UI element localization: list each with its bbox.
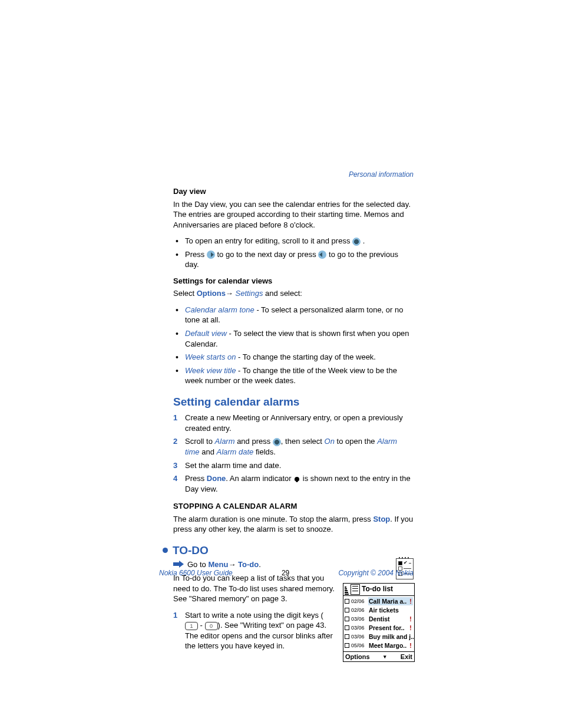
key-1-icon: 1 <box>185 622 198 630</box>
step-3: 3Set the alarm time and date. <box>173 460 414 471</box>
text: The alarm duration is one minute. To sto… <box>173 515 373 523</box>
checkbox-icon[interactable] <box>345 599 349 604</box>
settings-link[interactable]: Settings <box>235 289 263 298</box>
text: to open the <box>335 437 377 446</box>
options-link[interactable]: Options <box>197 289 226 298</box>
on-value: On <box>325 437 335 446</box>
phone-task-list: 02/06 Call Maria a.. ! 02/06 Air tickets <box>343 596 414 651</box>
text: , then select <box>281 437 325 446</box>
step-2: 2 Scroll to Alarm and press , then selec… <box>173 436 414 457</box>
heading-setting-calendar-alarms: Setting calendar alarms <box>173 394 414 410</box>
task-date: 03/06 <box>351 615 366 622</box>
task-text: Dentist <box>369 615 407 623</box>
priority-icon: ! <box>409 597 412 605</box>
list-item[interactable]: 03/06 Present for.. ! <box>343 624 414 633</box>
phone-titlebar: To-do list <box>343 584 414 596</box>
task-date: 05/06 <box>351 642 366 649</box>
text: and <box>200 447 217 456</box>
list-item[interactable]: 02/06 Air tickets <box>343 606 414 615</box>
setting-default-view: Default view - To select the view that i… <box>173 328 414 349</box>
task-text: Call Maria a.. <box>369 597 407 605</box>
phone-softkeys: Options ▾ Exit <box>343 651 414 662</box>
section-bullet-icon <box>163 548 168 553</box>
step-number: 4 <box>173 473 177 484</box>
phone-title: To-do list <box>362 584 413 594</box>
alarm-field: Alarm <box>215 437 235 446</box>
day-view-bullets: To open an entry for editing, scroll to … <box>173 236 414 270</box>
checkbox-icon[interactable] <box>345 634 349 639</box>
menu-link[interactable]: Menu <box>208 560 228 569</box>
setting-week-starts-on: Week starts on - To change the starting … <box>173 352 414 363</box>
task-text: Meet Margo.. <box>369 641 407 650</box>
svg-marker-0 <box>173 561 184 568</box>
step-1: 1Create a new Meeting or Anniversary ent… <box>173 413 414 433</box>
priority-icon: ! <box>409 624 412 632</box>
text: Select <box>173 289 197 298</box>
softkey-options[interactable]: Options <box>345 653 370 661</box>
task-date: 02/06 <box>351 598 366 605</box>
key-0-icon: 0 <box>205 622 218 630</box>
footer-guide-title: Nokia 6600 User Guide <box>159 568 233 572</box>
heading-to-do: TO-DO <box>173 543 209 558</box>
text: Scroll to <box>185 437 215 446</box>
text: and select: <box>263 289 302 298</box>
arrow-icon: → <box>226 289 233 298</box>
nav-center-icon <box>352 238 361 246</box>
stopping-text: The alarm duration is one minute. To sto… <box>173 514 414 535</box>
task-date: 03/06 <box>351 633 366 640</box>
step-text: Create a new Meeting or Anniversary entr… <box>185 413 403 433</box>
list-item[interactable]: 02/06 Call Maria a.. ! <box>343 597 414 606</box>
list-item[interactable]: 05/06 Meet Margo.. ! <box>343 641 414 650</box>
arrow-icon: → <box>228 560 236 569</box>
nav-center-icon <box>273 438 281 446</box>
task-date: 02/06 <box>351 607 366 614</box>
nav-right-icon <box>207 251 215 259</box>
step-number: 1 <box>173 413 177 423</box>
main-content: Day view In the Day view, you can see th… <box>173 186 414 662</box>
text: - To change the starting day of the week… <box>236 353 376 361</box>
settings-options-list: Calendar alarm tone - To select a person… <box>173 305 414 386</box>
todo-steps: 1 Start to write a note using the digit … <box>173 610 335 651</box>
setting-week-view-title: Week view title - To change the title of… <box>173 365 414 386</box>
text: fields. <box>253 447 276 456</box>
step-text: Set the alarm time and date. <box>185 461 281 470</box>
term: Week view title <box>185 366 236 375</box>
heading-stopping-calendar-alarm: STOPPING A CALENDAR ALARM <box>173 501 414 512</box>
checkbox-icon[interactable] <box>345 608 349 612</box>
softkey-exit[interactable]: Exit <box>401 653 412 661</box>
alarm-steps: 1Create a new Meeting or Anniversary ent… <box>173 413 414 494</box>
checkbox-icon[interactable] <box>345 617 349 621</box>
task-text: Present for.. <box>369 624 407 632</box>
task-text: Buy milk and j.. <box>369 633 414 641</box>
text: Go to <box>187 560 208 569</box>
footer-copyright: Copyright © 2004 Nokia <box>338 568 414 572</box>
list-item[interactable]: 03/06 Buy milk and j.. <box>343 633 414 641</box>
term: Calendar alarm tone <box>185 305 254 314</box>
term: Default view <box>185 329 227 338</box>
checkbox-icon[interactable] <box>345 625 349 630</box>
bullet-text-end: . <box>363 236 365 245</box>
phone-screenshot-todo-list: To-do list 02/06 Call Maria a.. ! 02/06 <box>343 583 415 663</box>
text: and press <box>235 437 273 446</box>
todo-link[interactable]: To-do <box>238 560 259 569</box>
bullet-press-nav: Press to go to the next day or press to … <box>173 249 414 270</box>
document-page: Personal information Day view In the Day… <box>0 0 562 728</box>
header-link-personal-information[interactable]: Personal information <box>349 170 414 179</box>
page-footer: Nokia 6600 User Guide 29 Copyright © 200… <box>159 568 414 572</box>
settings-lead: Select Options→ Settings and select: <box>173 288 414 299</box>
checkbox-icon[interactable] <box>345 643 349 648</box>
alarm-indicator-icon <box>293 476 300 483</box>
bullet-text: To open an entry for editing, scroll to … <box>185 236 352 245</box>
heading-day-view: Day view <box>173 186 414 197</box>
nav-left-icon <box>318 251 326 259</box>
done-softkey[interactable]: Done <box>207 474 226 483</box>
todo-step-1: 1 Start to write a note using the digit … <box>173 610 335 651</box>
signal-icon <box>345 584 349 595</box>
todo-section-row: TO-DO <box>173 543 414 558</box>
text: . An alarm indicator <box>226 474 293 483</box>
softkey-middle-icon[interactable]: ▾ <box>384 653 386 660</box>
setting-calendar-alarm-tone: Calendar alarm tone - To select a person… <box>173 305 414 325</box>
list-item[interactable]: 03/06 Dentist ! <box>343 615 414 624</box>
stop-softkey[interactable]: Stop <box>373 515 390 523</box>
bullet-open-entry: To open an entry for editing, scroll to … <box>173 236 414 246</box>
